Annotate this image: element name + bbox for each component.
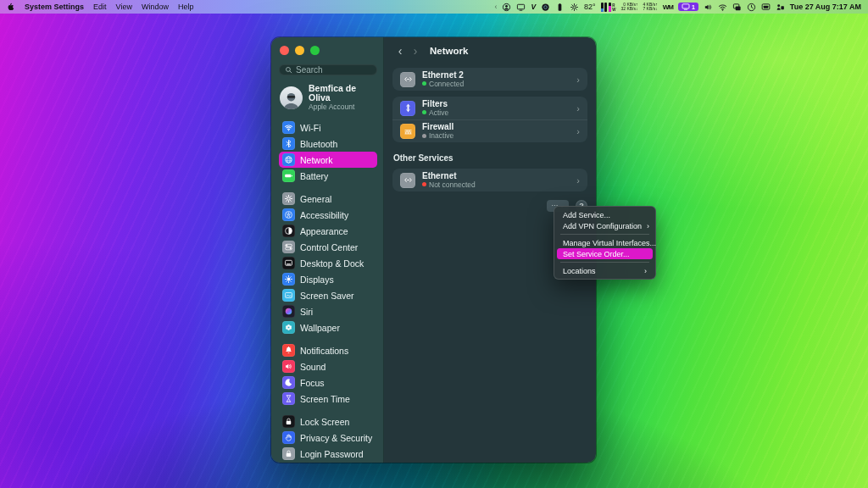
account-name: Bemfica de Oliva xyxy=(309,84,377,103)
service-row-filters[interactable]: Filters Active › xyxy=(392,97,587,119)
chevron-right-icon: › xyxy=(576,126,580,136)
wifi-menu-icon[interactable] xyxy=(718,3,727,12)
disk-rw-labels: RW xyxy=(612,3,615,12)
sidebar-item-wifi[interactable]: Wi-Fi xyxy=(279,119,377,136)
hand-icon xyxy=(282,431,295,444)
sidebar-item-label: Appearance xyxy=(300,226,348,236)
sidebar-item-network[interactable]: Network xyxy=(279,152,377,168)
stage-manager-icon[interactable] xyxy=(732,3,742,12)
sidebar-item-lock-screen[interactable]: Lock Screen xyxy=(279,413,377,430)
user-circle-icon[interactable] xyxy=(502,3,511,12)
other-services-label: Other Services xyxy=(393,153,587,163)
menubar-menu-system-settings[interactable]: System Settings xyxy=(25,3,84,11)
menu-item-add-vpn-configuration[interactable]: Add VPN Configuration › xyxy=(557,220,653,231)
screen-mirroring-active-icon[interactable]: 1 xyxy=(678,3,698,11)
back-button[interactable]: ‹ xyxy=(392,45,408,57)
sidebar-item-displays[interactable]: Displays xyxy=(279,271,377,287)
sidebar-item-label: Siri xyxy=(300,307,313,317)
menu-item-add-service[interactable]: Add Service... › xyxy=(557,209,653,220)
minimize-button[interactable] xyxy=(295,46,304,55)
volume-icon[interactable] xyxy=(704,3,713,12)
sidebar-item-general[interactable]: General xyxy=(279,191,377,207)
menubar-menu-edit[interactable]: Edit xyxy=(93,3,107,11)
service-row-ethernet[interactable]: Ethernet Not connected › xyxy=(392,169,587,191)
service-row-firewall[interactable]: Firewall Inactive › xyxy=(392,119,587,142)
avatar xyxy=(280,86,303,109)
gear-menu-icon[interactable] xyxy=(570,3,579,12)
sidebar-item-appearance[interactable]: Appearance xyxy=(279,223,377,239)
chevron-right-icon: › xyxy=(576,103,580,114)
sidebar-item-login-password[interactable]: Login Password xyxy=(279,446,377,462)
chevron-right-icon: › xyxy=(576,75,580,85)
menu-bar-clock[interactable]: Tue 27 Aug 7:17 AM xyxy=(790,3,861,11)
status-dot xyxy=(422,81,426,86)
sidebar-item-screen-saver[interactable]: Screen Saver xyxy=(279,287,377,303)
menubar-menu-view[interactable]: View xyxy=(116,3,132,11)
service-status: Connected xyxy=(422,80,464,88)
sidebar-item-desktop-dock[interactable]: Desktop & Dock xyxy=(279,255,377,271)
user-desk-icon[interactable] xyxy=(776,3,785,12)
sidebar-item-label: Screen Saver xyxy=(300,291,354,301)
lock-icon xyxy=(282,447,295,460)
meter-bar xyxy=(604,3,607,12)
cpu-disk-meter-widget[interactable]: RW xyxy=(601,3,616,12)
menubar-menu-window[interactable]: Window xyxy=(142,3,169,11)
apple-icon xyxy=(7,3,15,11)
screensaver-icon xyxy=(282,289,295,302)
menu-item-set-service-order[interactable]: Set Service Order... › xyxy=(557,248,653,259)
window-controls xyxy=(280,46,376,55)
service-status: Inactive xyxy=(422,131,453,140)
service-row-ethernet-2[interactable]: Ethernet 2 Connected › xyxy=(392,68,587,91)
sun-icon xyxy=(282,273,295,286)
v-app-icon[interactable]: V xyxy=(531,3,536,11)
network-throughput-b[interactable]: 4 KB/s↑ 7 KB/s↓ xyxy=(643,3,657,12)
sidebar-item-sound[interactable]: Sound xyxy=(279,358,377,374)
sidebar-item-notifications[interactable]: Notifications xyxy=(279,342,377,358)
bell-icon xyxy=(282,344,295,357)
sidebar-item-accessibility[interactable]: Accessibility xyxy=(279,207,377,223)
siri-icon xyxy=(282,305,295,318)
account-subtitle: Apple Account xyxy=(309,103,377,112)
search-input[interactable] xyxy=(296,65,371,75)
sidebar-group: General Accessibility Appearance Control… xyxy=(279,191,377,336)
temperature-reading[interactable]: 82° xyxy=(584,3,596,11)
globe-app-icon[interactable] xyxy=(541,3,550,12)
clock-app-icon[interactable] xyxy=(747,3,756,12)
sidebar-item-wallpaper[interactable]: Wallpaper xyxy=(279,319,377,336)
sidebar-item-battery[interactable]: Battery xyxy=(279,168,377,184)
sidebar-item-siri[interactable]: Siri xyxy=(279,303,377,319)
sidebar-group: Wi-Fi Bluetooth Network Battery xyxy=(279,119,377,184)
apple-menu[interactable] xyxy=(7,3,15,11)
menubar-menu-help[interactable]: Help xyxy=(178,3,194,11)
sidebar-item-privacy-security[interactable]: Privacy & Security xyxy=(279,430,377,446)
menu-separator xyxy=(560,262,649,263)
firewall-icon xyxy=(400,124,415,139)
sidebar-item-label: Bluetooth xyxy=(300,139,337,149)
sidebar-item-label: Battery xyxy=(300,171,328,181)
menu-item-locations[interactable]: Locations › xyxy=(557,265,653,276)
zoom-button[interactable] xyxy=(310,46,320,55)
istat-logo-icon[interactable]: WM xyxy=(663,3,673,11)
service-status: Not connected xyxy=(422,180,476,189)
account-row[interactable]: Bemfica de Oliva Apple Account xyxy=(280,84,377,112)
menu-bar: System SettingsEditViewWindowHelp ‹ V 82… xyxy=(0,0,868,14)
hidden-icons-chevron-icon[interactable]: ‹ xyxy=(494,3,497,11)
search-field[interactable] xyxy=(279,64,377,75)
sidebar-item-screen-time[interactable]: Screen Time xyxy=(279,391,377,407)
network-throughput-a[interactable]: 0 KB/s↑ 32 KB/s↓ xyxy=(620,3,637,12)
display-menu-icon[interactable] xyxy=(516,3,526,12)
display-frame-icon[interactable] xyxy=(761,3,771,12)
close-button[interactable] xyxy=(280,46,289,55)
menubar-status-area: ‹ V 82° RW 0 KB/s↑ 32 KB/s↓ 4 KB/s↑ 7 KB… xyxy=(494,3,861,12)
meter-bar xyxy=(601,3,604,12)
battery-app-icon[interactable] xyxy=(555,3,565,12)
battery-icon xyxy=(282,169,295,182)
submenu-arrow-icon: › xyxy=(647,222,649,230)
sidebar-item-bluetooth[interactable]: Bluetooth xyxy=(279,136,377,152)
forward-button[interactable]: › xyxy=(408,45,423,57)
menu-item-manage-virtual-interfaces[interactable]: Manage Virtual Interfaces... › xyxy=(557,237,653,248)
sidebar-item-focus[interactable]: Focus xyxy=(279,374,377,391)
sidebar-item-control-center[interactable]: Control Center xyxy=(279,239,377,255)
context-menu: Add Service... › Add VPN Configuration ›… xyxy=(554,206,656,280)
menu-item-label: Manage Virtual Interfaces... xyxy=(563,239,656,247)
